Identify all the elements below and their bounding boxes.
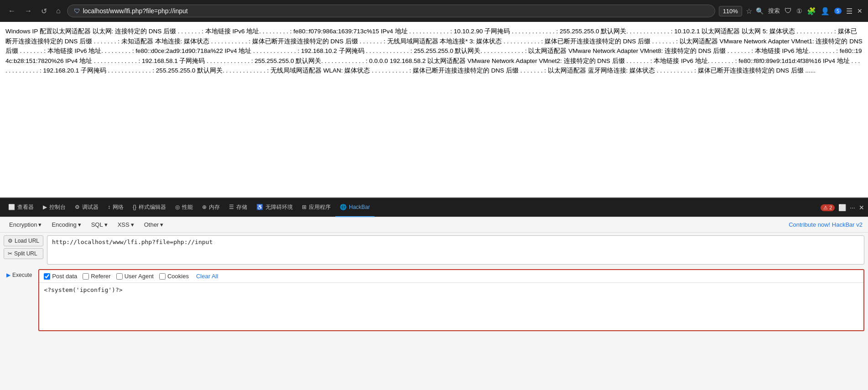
address-bar[interactable]: 🛡 localhost/www/lfi.php?file=php://input [67, 5, 715, 17]
debugger-label: 调试器 [82, 203, 99, 211]
menu-icon[interactable]: ☰ [846, 7, 852, 16]
shield-icon: 🛡 [74, 7, 80, 15]
notification-icon[interactable]: ① [796, 7, 802, 15]
url-input[interactable] [47, 235, 864, 265]
tab-console[interactable]: ▶ 控制台 [38, 198, 70, 217]
error-badge: ⚠ 2 [821, 204, 835, 211]
load-url-label: Load URL [15, 238, 39, 244]
inspector-label: 查看器 [17, 203, 34, 211]
page-content-area: Windows IP 配置以太网适配器 以太网: 连接特定的 DNS 后缀 . … [0, 22, 868, 198]
page-text: Windows IP 配置以太网适配器 以太网: 连接特定的 DNS 后缀 . … [5, 26, 863, 76]
tab-hackbar[interactable]: 🌐 HackBar [335, 198, 374, 217]
sql-arrow-icon: ▾ [104, 221, 108, 228]
user-agent-checkbox[interactable] [116, 273, 123, 280]
tab-inspector[interactable]: ⬜ 查看器 [4, 198, 38, 217]
split-url-icon: ✂ [8, 250, 12, 257]
execute-icon: ▶ [6, 272, 10, 278]
responsive-icon[interactable]: ⬜ [838, 204, 846, 211]
encoding-menu[interactable]: Encoding ▾ [48, 220, 84, 229]
sql-label: SQL [91, 221, 103, 228]
back-button[interactable]: ← [5, 5, 18, 17]
url-row: ⚙ Load URL ✂ Split URL [0, 233, 868, 267]
storage-label: 存储 [236, 203, 247, 211]
accessibility-label: 无障碍环境 [265, 203, 293, 211]
accessibility-icon: ♿ [256, 204, 263, 210]
badge-count: 5 [834, 8, 842, 14]
user-agent-checkbox-label[interactable]: User Agent [116, 273, 154, 280]
load-url-icon: ⚙ [8, 238, 13, 244]
network-label: 网络 [113, 203, 124, 211]
hackbar-icon: 🌐 [340, 204, 347, 210]
xss-arrow-icon: ▾ [131, 221, 134, 228]
search-icon[interactable]: 🔍 [756, 7, 764, 15]
tab-accessibility[interactable]: ♿ 无障碍环境 [252, 198, 297, 217]
sql-menu[interactable]: SQL ▾ [88, 220, 111, 229]
tab-debugger[interactable]: ⚙ 调试器 [70, 198, 103, 217]
referer-label-text: Referer [91, 273, 110, 280]
memory-label: 内存 [209, 203, 220, 211]
extensions-icon[interactable]: 🧩 [807, 7, 816, 16]
hackbar-panel: Encryption ▾ Encoding ▾ SQL ▾ XSS ▾ Othe… [0, 217, 868, 390]
cookies-label-text: Cookies [167, 273, 189, 280]
home-button[interactable]: ⌂ [53, 5, 63, 17]
post-data-header: Post data Referer User Agent Cookies Cle… [39, 270, 863, 283]
encryption-label: Encryption [9, 221, 37, 228]
forward-button[interactable]: → [22, 5, 35, 17]
performance-icon: ◎ [175, 204, 180, 210]
other-arrow-icon: ▾ [160, 221, 163, 228]
execute-button[interactable]: ▶ Execute [4, 270, 35, 280]
tab-network[interactable]: ↕ 网络 [103, 198, 128, 217]
encoding-label: Encoding [52, 221, 76, 228]
url-buttons: ⚙ Load URL ✂ Split URL [4, 235, 43, 265]
post-data-checkbox-label[interactable]: Post data [44, 273, 77, 280]
tab-applications[interactable]: ⊞ 应用程序 [297, 198, 335, 217]
search-label[interactable]: 搜索 [768, 7, 780, 15]
tab-style-editor[interactable]: {} 样式编辑器 [128, 198, 171, 217]
encryption-menu[interactable]: Encryption ▾ [5, 220, 45, 229]
network-icon: ↕ [108, 204, 110, 210]
url-text: localhost/www/lfi.php?file=php://input [83, 7, 188, 15]
split-url-button[interactable]: ✂ Split URL [4, 248, 43, 259]
debugger-icon: ⚙ [75, 204, 80, 210]
browser-chrome: ← → ↺ ⌂ 🛡 localhost/www/lfi.php?file=php… [0, 0, 868, 22]
devtools-right-controls: ⚠ 2 ⬜ ··· ✕ [821, 204, 864, 211]
tab-memory[interactable]: ⊕ 内存 [198, 198, 224, 217]
split-url-label: Split URL [14, 250, 37, 257]
memory-icon: ⊕ [202, 204, 207, 210]
storage-icon: ☰ [229, 204, 234, 210]
cookies-checkbox-label[interactable]: Cookies [159, 273, 189, 280]
error-icon: ⚠ [823, 205, 828, 210]
shield2-icon[interactable]: 🛡 [785, 7, 792, 15]
devtools-toolbar: ⬜ 查看器 ▶ 控制台 ⚙ 调试器 ↕ 网络 {} 样式编辑器 ◎ 性能 ⊕ 内… [0, 198, 868, 217]
encryption-arrow-icon: ▾ [38, 221, 42, 228]
console-label: 控制台 [49, 203, 66, 211]
encoding-arrow-icon: ▾ [78, 221, 81, 228]
cookies-checkbox[interactable] [159, 273, 166, 280]
clear-all-button[interactable]: Clear All [194, 273, 220, 280]
more-icon[interactable]: ··· [850, 204, 855, 211]
tab-storage[interactable]: ☰ 存储 [224, 198, 252, 217]
chrome-right: 🔍 搜索 🛡 ① 🧩 👤 5 ☰ ✕ [756, 7, 863, 16]
close-icon[interactable]: ✕ [857, 7, 863, 15]
tab-performance[interactable]: ◎ 性能 [171, 198, 198, 217]
post-data-checkbox[interactable] [44, 273, 50, 280]
load-url-button[interactable]: ⚙ Load URL [4, 235, 43, 246]
star-icon[interactable]: ☆ [746, 7, 752, 16]
profile-icon[interactable]: 👤 [821, 7, 830, 16]
style-editor-icon: {} [133, 204, 136, 210]
user-agent-label-text: User Agent [125, 273, 154, 280]
devtools-close-icon[interactable]: ✕ [859, 204, 864, 211]
post-data-label-text: Post data [52, 273, 77, 280]
hackbar-toolbar: Encryption ▾ Encoding ▾ SQL ▾ XSS ▾ Othe… [0, 217, 868, 233]
contribute-link[interactable]: Contribute now! HackBar v2 [789, 221, 863, 228]
other-menu[interactable]: Other ▾ [140, 220, 167, 229]
referer-checkbox-label[interactable]: Referer [83, 273, 110, 280]
execute-row: ▶ Execute Post data Referer User Agent [0, 267, 868, 333]
zoom-level[interactable]: 110% [719, 6, 742, 16]
console-icon: ▶ [43, 204, 47, 210]
referer-checkbox[interactable] [83, 273, 89, 280]
xss-menu[interactable]: XSS ▾ [114, 220, 138, 229]
applications-icon: ⊞ [302, 204, 307, 210]
post-data-textarea[interactable] [39, 283, 863, 328]
reload-button[interactable]: ↺ [38, 5, 50, 17]
